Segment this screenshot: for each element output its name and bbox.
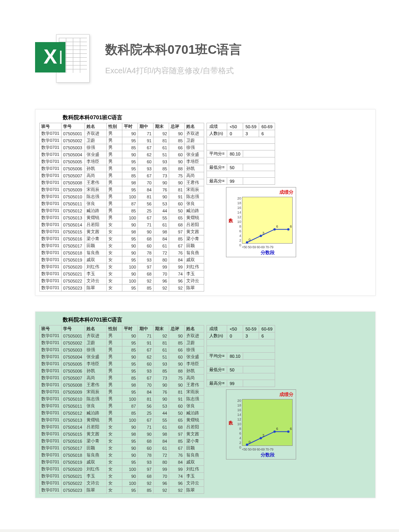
table-row: 数学070107505014吕若阳女90716168吕若阳 [40, 221, 204, 228]
svg-text:3: 3 [262, 231, 264, 235]
svg-point-2 [260, 235, 262, 237]
table-row: 数学070107505006孙凯男95938588孙凯 [40, 165, 204, 172]
score-chart: 成绩分 20181614121086420 人数 0366 <50 50-59 … [226, 187, 296, 257]
svg-point-10 [260, 437, 262, 439]
table-row: 数学070107505011张良男87565360张良 [40, 200, 204, 207]
table-row: 数学070107505005李培臣男95609390李培臣 [40, 361, 204, 368]
svg-text:6: 6 [276, 427, 278, 431]
table-row: 数学070107505012臧泊路男85254450臧泊路 [40, 410, 204, 417]
table-row: 数学070107505007高尚男85677375高尚 [40, 375, 204, 382]
table-row: 数学070107505002卫蔚男95918185卫蔚 [40, 137, 204, 144]
table-row: 数学070107505001齐双进男90719290齐双进 [40, 130, 204, 137]
table-row: 数学070107505006孙凯男95938588孙凯 [40, 368, 204, 375]
svg-point-14 [287, 430, 290, 433]
svg-text:0: 0 [249, 440, 251, 444]
preview-white: 数科院本科0701班C语言 班号学号姓名性别平时期中期末总评姓名 数学07010… [35, 109, 376, 296]
preview-green: 数科院本科0701班C语言 班号学号姓名性别平时期中期末总评姓名 数学07010… [35, 311, 376, 498]
svg-point-0 [246, 241, 248, 244]
table-row: 数学070107505019戚双女95938084戚双 [40, 459, 204, 466]
svg-point-12 [274, 430, 276, 433]
svg-text:3: 3 [262, 433, 264, 437]
stats-panel: 成绩<5050-5960-69 人数(n)036 平均分=80.10 最低分=5… [207, 325, 296, 494]
svg-text:6: 6 [290, 427, 292, 431]
table-row: 数学070107505003徐强男85676166徐强 [40, 346, 204, 353]
table-row: 数学070107505019戚双女95938084戚双 [40, 256, 204, 263]
score-chart: 成绩分 20181614121086420 人数 0366 <50 50-59 … [226, 389, 296, 460]
svg-point-4 [274, 228, 276, 230]
table-row: 数学070107505004张业盛男90625160张业盛 [40, 353, 204, 361]
sheet-title: 数科院本科0701班C语言 [39, 113, 375, 123]
table-row: 数学070107505018翁良燕女90787276翁良燕 [40, 249, 204, 256]
table-row: 数学070107505018翁良燕女90787276翁良燕 [40, 452, 204, 459]
table-row: 数学070107505008王君伟男98709090王君伟 [40, 179, 204, 186]
table-row: 数学070107505005李培臣男95609390李培臣 [40, 158, 204, 165]
sheet-title: 数科院本科0701班C语言 [39, 316, 375, 325]
table-row: 数学070107505016梁小青女95688485梁小青 [40, 235, 204, 242]
table-row: 数学070107505003徐强男85676166徐强 [40, 144, 204, 151]
table-row: 数学070107505010陈志强男100819091陈志强 [40, 193, 204, 200]
svg-point-8 [246, 444, 248, 446]
table-row: 数学070107505023陈翠女95859292陈翠 [40, 487, 204, 494]
table-row: 数学070107505015黄文茜女98909897黄文茜 [40, 431, 204, 438]
table-row: 数学070107505009宋雨辰男95847681宋雨辰 [40, 186, 204, 193]
svg-text:6: 6 [276, 224, 278, 228]
table-row: 数学070107505013黄熠锐男100675565黄熠锐 [40, 417, 204, 424]
table-row: 数学070107505012臧泊路男85254450臧泊路 [40, 207, 204, 214]
table-row: 数学070107505022文诗云女100929696文诗云 [40, 480, 204, 487]
svg-point-6 [287, 228, 290, 230]
page-subtitle: Excel/A4打印/内容随意修改/自带格式 [105, 65, 242, 76]
score-table: 班号学号姓名性别平时期中期末总评姓名 数学070107505001齐双进男907… [39, 123, 204, 292]
table-row: 数学070107505010陈志强男100819091陈志强 [40, 396, 204, 403]
table-row: 数学070107505004张业盛男90625160张业盛 [40, 151, 204, 158]
score-table: 班号学号姓名性别平时期中期末总评姓名 数学070107505001齐双进男907… [39, 325, 204, 494]
table-row: 数学070107505009宋雨辰男95847681宋雨辰 [40, 389, 204, 396]
svg-text:6: 6 [290, 224, 292, 228]
footer: 素材天下 编号：04866575 [0, 529, 399, 532]
table-row: 数学070107505021李玉女90687074李玉 [40, 270, 204, 277]
table-row: 数学070107505001齐双进男90719290齐双进 [40, 332, 204, 339]
table-row: 数学070107505020刘红伟女100979999刘红伟 [40, 466, 204, 473]
table-row: 数学070107505017田颖女90606167田颖 [40, 242, 204, 249]
svg-text:0: 0 [249, 238, 251, 242]
table-row: 数学070107505022文诗云女100929696文诗云 [40, 277, 204, 285]
table-row: 数学070107505015黄文茜女98909897黄文茜 [40, 228, 204, 235]
table-row: 数学070107505013黄熠锐男100675565黄熠锐 [40, 214, 204, 221]
table-row: 数学070107505023陈翠女95859292陈翠 [40, 285, 204, 292]
table-row: 数学070107505017田颖女90606167田颖 [40, 445, 204, 452]
table-row: 数学070107505021李玉女90687074李玉 [40, 473, 204, 480]
header: X 数科院本科0701班C语言 Excel/A4打印/内容随意修改/自带格式 [35, 31, 376, 86]
table-row: 数学070107505014吕若阳女90716168吕若阳 [40, 424, 204, 431]
table-row: 数学070107505011张良男87565360张良 [40, 403, 204, 410]
stats-panel: 成绩<5050-5960-69 人数(n)036 平均分=80.10 最低分=5… [207, 123, 296, 292]
table-row: 数学070107505020刘红伟女100979999刘红伟 [40, 263, 204, 270]
table-row: 数学070107505002卫蔚男95918185卫蔚 [40, 339, 204, 346]
table-row: 数学070107505007高尚男85677375高尚 [40, 172, 204, 179]
page-title: 数科院本科0701班C语言 [105, 41, 242, 58]
table-row: 数学070107505008王君伟男98709090王君伟 [40, 382, 204, 389]
table-row: 数学070107505016梁小青女95688485梁小青 [40, 438, 204, 445]
excel-icon: X [35, 31, 90, 86]
